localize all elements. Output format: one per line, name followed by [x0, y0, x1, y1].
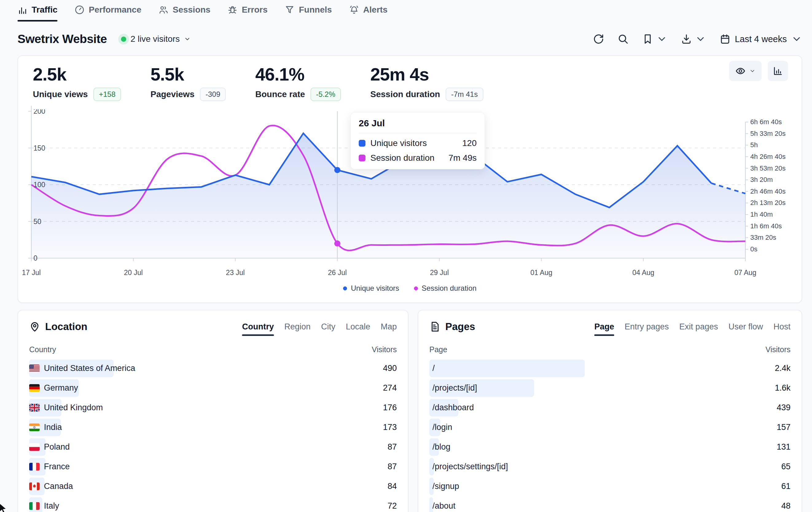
location-panel-header: Location CountryRegionCityLocaleMap	[18, 311, 408, 336]
table-row[interactable]: /login157	[429, 419, 790, 436]
table-row[interactable]: /projects/settings/[id]65	[429, 458, 790, 476]
visitors-count: 173	[383, 423, 397, 432]
visitors-count: 131	[777, 442, 790, 452]
table-row[interactable]: /2.4k	[429, 359, 790, 377]
table-row[interactable]: Canada84	[29, 478, 397, 495]
table-row[interactable]: Italy72	[29, 497, 397, 512]
tooltip-series-value: 7m 49s	[448, 153, 476, 163]
right-axis-tick-label: 3h 53m 20s	[750, 164, 786, 172]
left-axis-tick-label: 100	[33, 181, 45, 189]
pages-column-headers: Page Visitors	[418, 345, 802, 354]
table-row[interactable]: Germany274	[29, 379, 397, 397]
tab-location-region[interactable]: Region	[284, 322, 311, 336]
tab-pages-entry-pages[interactable]: Entry pages	[625, 322, 669, 336]
search-icon	[618, 33, 629, 45]
table-row[interactable]: United States of America490	[29, 359, 397, 377]
country-name: Italy	[44, 501, 59, 511]
metric-visibility-button[interactable]	[729, 61, 762, 81]
visitors-count: 490	[383, 363, 397, 373]
refresh-button[interactable]	[593, 33, 604, 45]
tab-pages-page[interactable]: Page	[594, 322, 614, 336]
x-axis-tick-label: 07 Aug	[734, 269, 756, 277]
tab-errors[interactable]: Errors	[228, 5, 267, 22]
page-path: /blog	[432, 442, 451, 452]
stat-sub: Unique views+158	[33, 88, 121, 101]
stat-value: 46.1%	[255, 64, 341, 84]
stat-bounce-rate: 46.1%Bounce rate-5.2%	[255, 64, 341, 101]
right-axis-tick-label: 5h 33m 20s	[750, 130, 786, 138]
hover-point-session-duration	[334, 240, 340, 246]
tab-location-map[interactable]: Map	[380, 322, 397, 336]
tab-pages-host[interactable]: Host	[773, 322, 790, 336]
table-row[interactable]: India173	[29, 419, 397, 436]
tab-errors-label: Errors	[242, 5, 267, 15]
chevron-down-icon	[184, 36, 191, 43]
table-row[interactable]: France87	[29, 458, 397, 476]
pl-flag-icon	[29, 443, 39, 451]
right-axis-tick-label: 6h 6m 40s	[750, 118, 782, 126]
tab-performance[interactable]: Performance	[75, 5, 141, 22]
table-row[interactable]: Poland87	[29, 438, 397, 456]
live-visitors-label: 2 live visitors	[130, 34, 180, 44]
bell-icon	[349, 5, 359, 15]
country-name: Canada	[44, 482, 73, 491]
page-path: /signup	[432, 482, 459, 491]
live-visitors-dropdown[interactable]: 2 live visitors	[121, 34, 191, 44]
legend-label: Session duration	[422, 284, 476, 293]
tab-sessions[interactable]: Sessions	[158, 5, 210, 22]
pages-tabs: PageEntry pagesExit pagesUser flowHost	[594, 322, 790, 336]
stat-change-badge: -5.2%	[311, 88, 341, 101]
tab-pages-exit-pages[interactable]: Exit pages	[679, 322, 718, 336]
tooltip-row: Session duration7m 49s	[359, 153, 476, 163]
tab-pages-user-flow[interactable]: User flow	[728, 322, 763, 336]
chart-view-buttons	[729, 61, 788, 81]
top-navigation: Traffic Performance Sessions Errors Funn…	[18, 5, 387, 22]
legend-item-unique-visitors[interactable]: Unique visitors	[343, 284, 399, 293]
tab-traffic-label: Traffic	[32, 5, 57, 15]
export-dropdown-button[interactable]	[681, 33, 706, 45]
tab-traffic[interactable]: Traffic	[18, 5, 57, 22]
stat-label: Bounce rate	[255, 89, 305, 99]
location-panel: Location CountryRegionCityLocaleMap Coun…	[18, 310, 408, 512]
legend-item-session-duration[interactable]: Session duration	[414, 284, 476, 293]
tab-funnels[interactable]: Funnels	[285, 5, 332, 22]
calendar-icon	[720, 33, 731, 45]
right-axis-labels: 6h 6m 40s5h 33m 20s5h4h 26m 40s3h 53m 20…	[750, 122, 801, 251]
chevron-down-icon	[749, 68, 755, 74]
stat-pageviews: 5.5kPageviews-309	[150, 64, 226, 101]
tab-location-country[interactable]: Country	[242, 322, 274, 336]
right-axis-tick-label: 4h 26m 40s	[750, 153, 786, 161]
visitors-count: 439	[777, 403, 790, 412]
visitors-count: 61	[781, 482, 790, 491]
table-row[interactable]: /about48	[429, 497, 790, 512]
users-icon	[158, 5, 168, 15]
x-axis-tick-label: 20 Jul	[124, 269, 143, 277]
tab-location-city[interactable]: City	[321, 322, 336, 336]
page-path: /dashboard	[432, 403, 474, 412]
bookmark-dropdown-button[interactable]	[642, 33, 667, 45]
chevron-down-icon	[695, 33, 706, 45]
search-button[interactable]	[618, 33, 629, 45]
table-row[interactable]: /signup61	[429, 478, 790, 495]
stat-change-badge: +158	[93, 88, 121, 101]
mouse-cursor	[0, 503, 9, 512]
table-row[interactable]: United Kingdom176	[29, 399, 397, 416]
it-flag-icon	[29, 502, 39, 510]
map-pin-icon	[29, 321, 40, 332]
chevron-down-icon	[791, 33, 802, 45]
country-name: India	[44, 423, 62, 432]
tab-funnels-label: Funnels	[299, 5, 332, 15]
right-axis-tick-label: 1h 40m	[750, 211, 773, 218]
table-row[interactable]: /blog131	[429, 438, 790, 456]
pages-panel: Pages PageEntry pagesExit pagesUser flow…	[418, 310, 802, 512]
date-range-picker[interactable]: Last 4 weeks	[720, 33, 802, 45]
tab-alerts[interactable]: Alerts	[349, 5, 387, 22]
page-path: /login	[432, 423, 453, 432]
hover-point-unique-visitors	[334, 167, 340, 173]
table-row[interactable]: /projects/[id]1.6k	[429, 379, 790, 397]
tooltip-row: Unique visitors120	[359, 138, 476, 148]
bookmark-icon	[642, 33, 653, 45]
table-row[interactable]: /dashboard439	[429, 399, 790, 416]
tab-location-locale[interactable]: Locale	[346, 322, 370, 336]
chart-type-button[interactable]	[768, 61, 788, 81]
